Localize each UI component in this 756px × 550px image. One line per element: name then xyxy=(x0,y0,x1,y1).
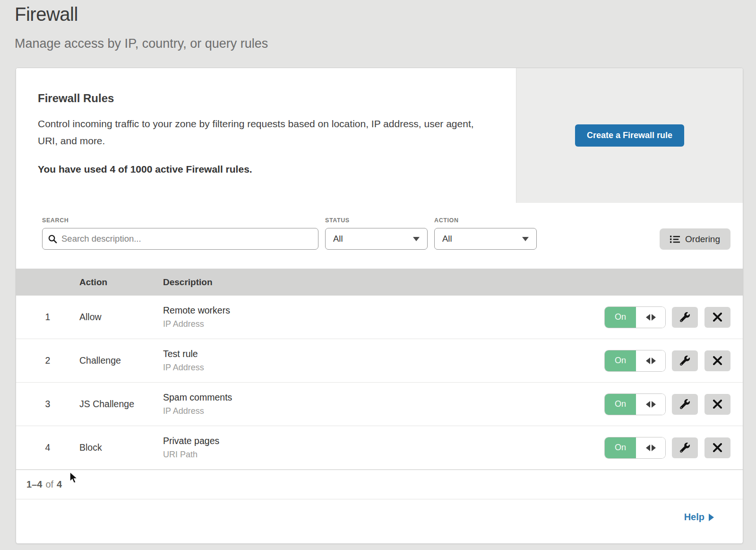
search-label: Search xyxy=(42,217,318,224)
wrench-icon xyxy=(680,399,690,409)
rule-controls: On xyxy=(605,307,743,328)
table-row: 1 Allow Remote workers IP Address On xyxy=(16,296,743,339)
card-top-section: Firewall Rules Control incoming traffic … xyxy=(16,68,743,203)
pagination-of: of xyxy=(45,479,53,490)
status-field: Status All xyxy=(325,217,428,250)
triangle-right-icon xyxy=(652,314,656,321)
pagination-bar: 1–4 of 4 xyxy=(16,470,743,499)
edit-rule-button[interactable] xyxy=(672,394,698,415)
intro-heading: Firewall Rules xyxy=(38,92,488,105)
rule-priority: 1 xyxy=(16,312,79,323)
action-label: Action xyxy=(434,217,537,224)
table-row: 4 Block Private pages URI Path On xyxy=(16,426,743,470)
rule-priority: 4 xyxy=(16,442,79,453)
status-select[interactable]: All xyxy=(325,228,428,250)
delete-rule-button[interactable] xyxy=(704,307,730,328)
triangle-right-icon xyxy=(652,401,656,408)
triangle-left-icon xyxy=(646,445,650,451)
delete-rule-button[interactable] xyxy=(704,437,730,458)
rule-match-type: IP Address xyxy=(163,363,605,373)
rule-priority: 2 xyxy=(16,355,79,366)
edit-rule-button[interactable] xyxy=(672,437,698,458)
action-select[interactable]: All xyxy=(434,228,537,250)
rule-priority: 3 xyxy=(16,399,79,410)
toggle-on-label: On xyxy=(605,307,636,328)
search-box[interactable] xyxy=(42,228,318,250)
search-input[interactable] xyxy=(61,234,312,244)
triangle-right-icon xyxy=(709,514,714,521)
ordering-button-label: Ordering xyxy=(685,234,720,244)
filters-bar: Search Status All Action All xyxy=(16,203,743,269)
toggle-drag-handle[interactable] xyxy=(636,350,665,371)
ordering-list-icon xyxy=(670,235,680,244)
rule-enabled-toggle[interactable]: On xyxy=(605,437,665,458)
rule-enabled-toggle[interactable]: On xyxy=(605,307,665,328)
edit-rule-button[interactable] xyxy=(672,307,698,328)
edit-rule-button[interactable] xyxy=(672,350,698,371)
triangle-right-icon xyxy=(652,445,656,451)
help-link[interactable]: Help xyxy=(684,512,714,523)
x-icon xyxy=(713,400,722,409)
rule-description: Test rule xyxy=(163,349,605,359)
delete-rule-button[interactable] xyxy=(704,394,730,415)
create-firewall-rule-button[interactable]: Create a Firewall rule xyxy=(575,124,684,147)
rule-description-cell: Spam comments IP Address xyxy=(163,392,605,416)
toggle-drag-handle[interactable] xyxy=(636,307,665,328)
triangle-right-icon xyxy=(652,358,656,364)
rule-match-type: IP Address xyxy=(163,319,605,329)
rule-controls: On xyxy=(605,350,743,371)
pagination-range: 1–4 xyxy=(26,479,42,490)
toggle-on-label: On xyxy=(605,394,636,415)
wrench-icon xyxy=(680,443,690,453)
rule-description-cell: Test rule IP Address xyxy=(163,349,605,373)
status-selected-value: All xyxy=(333,234,343,244)
rule-enabled-toggle[interactable]: On xyxy=(605,394,665,415)
rule-description: Remote workers xyxy=(163,305,605,316)
search-field: Search xyxy=(42,217,318,250)
triangle-left-icon xyxy=(646,314,650,321)
ordering-button[interactable]: Ordering xyxy=(660,228,730,250)
search-icon xyxy=(48,235,57,244)
intro-description: Control incoming traffic to your zone by… xyxy=(38,115,488,149)
rule-description-cell: Remote workers IP Address xyxy=(163,305,605,329)
x-icon xyxy=(713,313,722,322)
page-title: Firewall xyxy=(15,4,756,25)
card-footer: Help xyxy=(16,499,743,535)
x-icon xyxy=(713,443,722,452)
rule-controls: On xyxy=(605,437,743,458)
rule-enabled-toggle[interactable]: On xyxy=(605,350,665,371)
status-label: Status xyxy=(325,217,428,224)
pagination-total: 4 xyxy=(57,479,62,490)
help-label: Help xyxy=(684,512,704,523)
chevron-down-icon xyxy=(413,237,420,241)
delete-rule-button[interactable] xyxy=(704,350,730,371)
table-header: Action Description xyxy=(16,269,743,296)
column-header-description: Description xyxy=(163,277,743,288)
table-row: 3 JS Challenge Spam comments IP Address … xyxy=(16,383,743,426)
toggle-drag-handle[interactable] xyxy=(636,394,665,415)
chevron-down-icon xyxy=(522,237,529,241)
x-icon xyxy=(713,356,722,365)
rule-match-type: IP Address xyxy=(163,406,605,416)
firewall-rules-card: Firewall Rules Control incoming traffic … xyxy=(16,68,743,544)
triangle-left-icon xyxy=(646,401,650,408)
toggle-on-label: On xyxy=(605,350,636,371)
rule-action: Block xyxy=(79,442,163,453)
rule-match-type: URI Path xyxy=(163,450,605,460)
rule-action: Allow xyxy=(79,312,163,323)
page-subtitle: Manage access by IP, country, or query r… xyxy=(15,36,756,51)
triangle-left-icon xyxy=(646,358,650,364)
intro-panel: Firewall Rules Control incoming traffic … xyxy=(16,68,516,203)
wrench-icon xyxy=(680,312,690,322)
column-header-action: Action xyxy=(79,277,163,288)
action-field: Action All xyxy=(434,217,537,250)
action-selected-value: All xyxy=(442,234,452,244)
toggle-drag-handle[interactable] xyxy=(636,437,665,458)
rule-controls: On xyxy=(605,394,743,415)
page-header: Firewall Manage access by IP, country, o… xyxy=(0,0,756,51)
table-row: 2 Challenge Test rule IP Address On xyxy=(16,339,743,383)
rule-action: JS Challenge xyxy=(79,399,163,410)
create-rule-panel: Create a Firewall rule xyxy=(516,68,743,203)
rule-description: Private pages xyxy=(163,436,605,446)
rule-description: Spam comments xyxy=(163,392,605,403)
